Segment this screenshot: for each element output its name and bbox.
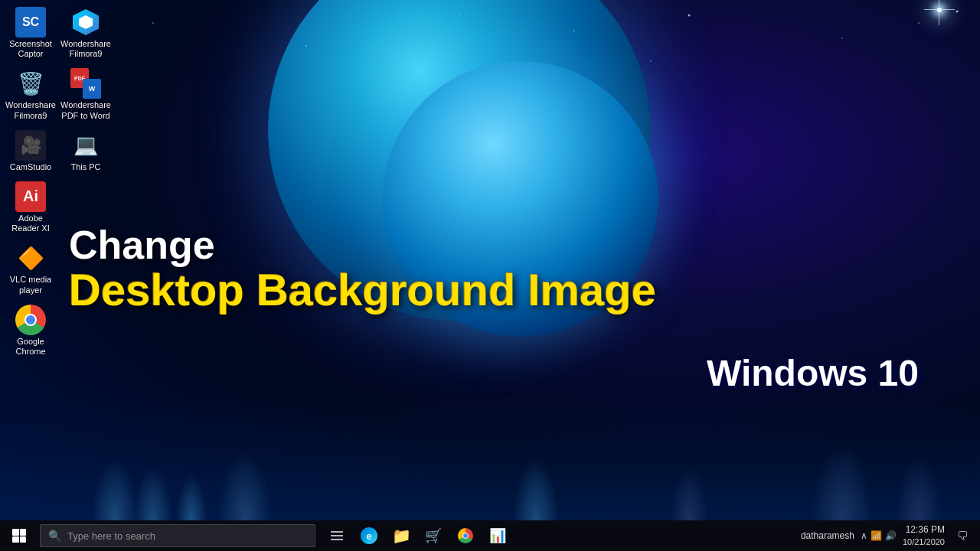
- desktop-icons: SC Screenshot Captor Wondershare Filmora…: [4, 4, 113, 360]
- pdf-word-label: Wondershare PDF to Word: [60, 100, 111, 120]
- file-explorer-button[interactable]: 📁: [386, 520, 416, 551]
- this-pc-icon: 💻: [70, 130, 101, 161]
- vlc-label: VLC media player: [5, 275, 56, 295]
- tray-date-text: 10/21/2020: [903, 536, 945, 547]
- store-icon: 🛒: [425, 527, 442, 544]
- tray-clock[interactable]: 12:36 PM 10/21/2020: [903, 524, 945, 547]
- store-button[interactable]: 🛒: [418, 520, 449, 551]
- chrome-label: Google Chrome: [5, 337, 56, 357]
- tray-time-text: 12:36 PM: [903, 524, 945, 536]
- filmora-icon: [70, 7, 101, 37]
- pdf-word-icon: PDF W: [70, 68, 101, 99]
- taskbar: 🔍 Type here to search e 📁 🛒: [0, 520, 980, 551]
- tray-network-icon[interactable]: 📶: [871, 530, 882, 541]
- vlc-icon: 🔶: [15, 243, 46, 273]
- adobe-reader-icon: Ai: [15, 181, 46, 212]
- recycle-bin-label: Wondershare Filmora9: [5, 100, 56, 120]
- taskbar-apps: e 📁 🛒 📊: [322, 520, 513, 551]
- desktop-icon-filmora[interactable]: Wondershare Filmora9: [59, 4, 113, 62]
- desktop-icon-recycle-bin[interactable]: 🗑️ Wondershare Filmora9: [4, 65, 57, 123]
- screenshot-captor-icon: SC: [15, 7, 46, 37]
- task-view-button[interactable]: [322, 520, 352, 551]
- trees-bg: [0, 398, 980, 520]
- desktop-icon-chrome[interactable]: Google Chrome: [4, 302, 57, 360]
- desktop-icon-pdf-word[interactable]: PDF W Wondershare PDF to Word: [59, 65, 113, 123]
- icon-row-4: Ai Adobe Reader XI: [4, 178, 113, 236]
- screenshot-captor-label: Screenshot Captor: [5, 39, 56, 59]
- notification-button[interactable]: 🗨: [951, 520, 974, 551]
- desktop: Change Desktop Background Image Windows …: [0, 0, 980, 520]
- icon-row-1: SC Screenshot Captor Wondershare Filmora…: [4, 4, 113, 62]
- search-icon: 🔍: [48, 530, 61, 542]
- bright-star: [937, 8, 942, 12]
- icon-row-3: 🎥 CamStudio 💻 This PC: [4, 127, 113, 175]
- chrome-icon: [15, 305, 46, 335]
- start-button[interactable]: [0, 520, 38, 551]
- overlay-line3: Windows 10: [707, 352, 919, 394]
- tray-icons: ∧ 📶 🔊: [861, 530, 897, 541]
- desktop-icon-screenshot-captor[interactable]: SC Screenshot Captor: [4, 4, 57, 62]
- edge-icon: e: [361, 527, 377, 544]
- desktop-text-overlay: Change Desktop Background Image: [69, 222, 656, 312]
- windows-logo-icon: [12, 529, 26, 543]
- recycle-bin-icon: 🗑️: [15, 68, 46, 99]
- file-explorer-icon: 📁: [392, 527, 411, 545]
- chrome-tb-button[interactable]: [450, 520, 481, 551]
- tray-username: datharamesh: [801, 530, 854, 541]
- tray-volume-icon[interactable]: 🔊: [885, 530, 897, 541]
- tray-chevron-icon[interactable]: ∧: [861, 530, 867, 541]
- overlay-line1: Change: [69, 222, 656, 268]
- icon-row-6: Google Chrome: [4, 302, 113, 360]
- icon-row-2: 🗑️ Wondershare Filmora9 PDF W Wondershar…: [4, 65, 113, 123]
- camstudio-icon: 🎥: [15, 130, 46, 161]
- edge-button[interactable]: e: [354, 520, 384, 551]
- overlay-line2: Desktop Background Image: [69, 268, 656, 312]
- desktop-icon-this-pc[interactable]: 💻 This PC: [59, 127, 113, 175]
- filmora-label: Wondershare Filmora9: [60, 39, 111, 59]
- powerpoint-button[interactable]: 📊: [482, 520, 513, 551]
- taskbar-search[interactable]: 🔍 Type here to search: [40, 524, 315, 547]
- desktop-icon-vlc[interactable]: 🔶 VLC media player: [4, 240, 57, 298]
- chrome-tb-icon: [458, 528, 473, 543]
- task-view-icon: [331, 531, 343, 540]
- powerpoint-icon: 📊: [489, 527, 506, 544]
- search-placeholder-text: Type here to search: [67, 530, 155, 542]
- camstudio-label: CamStudio: [10, 162, 51, 172]
- desktop-icon-adobe[interactable]: Ai Adobe Reader XI: [4, 178, 57, 236]
- this-pc-label: This PC: [70, 162, 100, 172]
- adobe-reader-label: Adobe Reader XI: [5, 214, 56, 233]
- icon-row-5: 🔶 VLC media player: [4, 240, 113, 298]
- desktop-icon-camstudio[interactable]: 🎥 CamStudio: [4, 127, 57, 175]
- system-tray: datharamesh ∧ 📶 🔊 12:36 PM 10/21/2020 🗨: [801, 520, 980, 551]
